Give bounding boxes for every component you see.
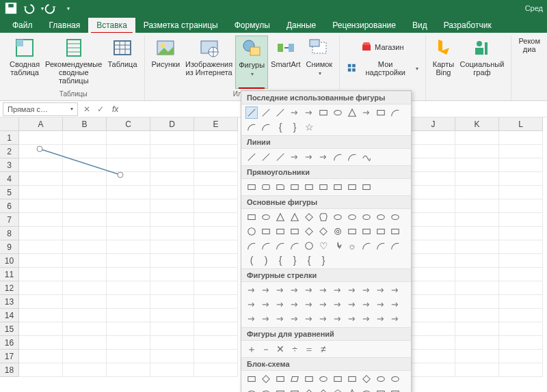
cell[interactable]	[455, 281, 499, 295]
cell[interactable]	[412, 186, 455, 199]
shape-item[interactable]	[360, 211, 373, 223]
shape-item[interactable]	[274, 107, 286, 119]
rec-button[interactable]: Реком диа	[516, 36, 543, 100]
shape-item[interactable]	[375, 373, 387, 385]
shape-item[interactable]: {	[303, 254, 315, 266]
shape-item[interactable]	[289, 387, 301, 392]
shape-item[interactable]: }	[317, 254, 330, 266]
cell[interactable]	[63, 336, 107, 350]
shape-item[interactable]	[332, 298, 344, 311]
cell[interactable]	[455, 227, 499, 240]
shape-item[interactable]	[332, 284, 344, 296]
cell[interactable]	[19, 131, 63, 145]
shape-item[interactable]	[360, 151, 373, 163]
cell[interactable]	[455, 254, 499, 268]
cell[interactable]	[412, 322, 455, 336]
smartart-button[interactable]: SmartArt	[268, 36, 303, 89]
my-addins-button[interactable]: Мои надстройки ▾	[344, 59, 421, 78]
row-header[interactable]: 2	[0, 145, 19, 158]
cell[interactable]	[107, 295, 150, 309]
row-header[interactable]: 18	[0, 363, 19, 377]
cell[interactable]	[499, 350, 543, 363]
shape-item[interactable]	[289, 373, 301, 385]
cell[interactable]	[455, 322, 499, 336]
cell[interactable]	[19, 145, 63, 158]
shape-item[interactable]	[375, 211, 387, 223]
cell[interactable]	[19, 336, 63, 350]
cell[interactable]	[63, 172, 107, 186]
column-header[interactable]: E	[194, 117, 238, 131]
row-header[interactable]: 6	[0, 199, 19, 213]
bing-maps-button[interactable]: Карты Bing	[430, 36, 457, 89]
cell[interactable]	[194, 350, 238, 363]
cell[interactable]	[499, 309, 543, 322]
shape-item[interactable]	[317, 313, 330, 325]
cell[interactable]	[499, 145, 543, 158]
cell[interactable]	[63, 227, 107, 240]
shape-item[interactable]: ☆	[303, 121, 315, 133]
shape-item[interactable]	[317, 284, 330, 296]
cell[interactable]	[107, 268, 150, 281]
cell[interactable]	[150, 254, 194, 268]
shape-item[interactable]	[274, 240, 286, 252]
cell[interactable]	[19, 199, 63, 213]
shape-item[interactable]	[346, 211, 358, 223]
cell[interactable]	[107, 336, 150, 350]
cell[interactable]	[150, 363, 194, 377]
cell[interactable]	[150, 268, 194, 281]
shape-item[interactable]	[375, 107, 387, 119]
cell[interactable]	[150, 322, 194, 336]
cell[interactable]	[455, 309, 499, 322]
shape-item[interactable]	[289, 211, 301, 223]
tab-home[interactable]: Главная	[41, 18, 89, 33]
shape-item[interactable]	[289, 151, 301, 163]
shape-item[interactable]	[303, 284, 315, 296]
shape-item[interactable]: ＝	[303, 343, 315, 355]
cell[interactable]	[412, 131, 455, 145]
shape-item[interactable]	[274, 313, 286, 325]
cell[interactable]	[412, 363, 455, 377]
row-header[interactable]: 5	[0, 186, 19, 199]
cell[interactable]	[412, 295, 455, 309]
cell[interactable]	[107, 322, 150, 336]
cell[interactable]	[63, 322, 107, 336]
cell[interactable]	[63, 199, 107, 213]
cell[interactable]	[107, 158, 150, 172]
column-header[interactable]: D	[150, 117, 194, 131]
cell[interactable]	[194, 254, 238, 268]
shape-item[interactable]	[389, 313, 401, 325]
cell[interactable]	[19, 309, 63, 322]
cell[interactable]	[150, 186, 194, 199]
cell[interactable]	[194, 268, 238, 281]
cell[interactable]	[63, 240, 107, 254]
shape-item[interactable]	[375, 225, 387, 238]
cell[interactable]	[455, 268, 499, 281]
cell[interactable]	[499, 268, 543, 281]
column-header[interactable]: A	[19, 117, 63, 131]
cell[interactable]	[499, 295, 543, 309]
cell[interactable]	[107, 309, 150, 322]
shape-item[interactable]	[274, 298, 286, 311]
cell[interactable]	[63, 295, 107, 309]
shape-item[interactable]	[274, 387, 286, 392]
cell[interactable]	[412, 281, 455, 295]
shape-item[interactable]	[303, 313, 315, 325]
cell[interactable]	[412, 350, 455, 363]
shape-item[interactable]: )	[260, 254, 272, 266]
shape-item[interactable]	[375, 240, 387, 252]
shape-item[interactable]	[260, 181, 272, 193]
tab-formulas[interactable]: Формулы	[226, 18, 278, 33]
shape-item[interactable]	[360, 373, 373, 385]
shape-item[interactable]	[332, 211, 344, 223]
shape-item[interactable]	[274, 284, 286, 296]
pivot-table-button[interactable]: Сводная таблица	[7, 36, 42, 89]
shape-item[interactable]	[260, 387, 272, 392]
cell[interactable]	[107, 254, 150, 268]
shape-item[interactable]: }	[289, 121, 301, 133]
row-header[interactable]: 12	[0, 281, 19, 295]
column-header[interactable]: J	[412, 117, 455, 131]
shape-item[interactable]	[289, 181, 301, 193]
tab-file[interactable]: Файл	[4, 18, 41, 33]
accept-icon[interactable]: ✓	[97, 104, 104, 114]
cell[interactable]	[150, 131, 194, 145]
